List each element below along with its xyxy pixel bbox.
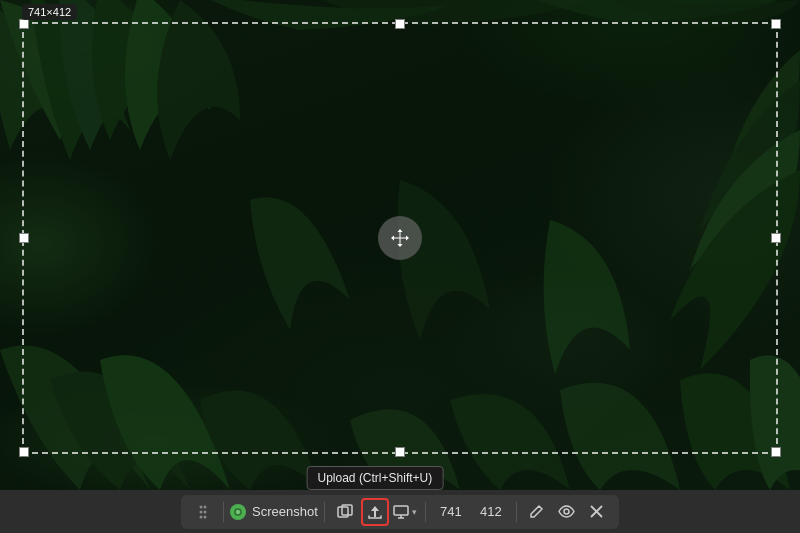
close-button[interactable] [583,498,611,526]
svg-point-6 [204,515,207,518]
divider-1 [223,502,224,522]
height-input[interactable] [472,504,510,519]
tooltip-container: Upload (Ctrl+Shift+U) [307,466,444,490]
upload-btn-container: Upload (Ctrl+Shift+U) [361,498,389,526]
svg-point-4 [204,510,207,513]
toolbar-inner: Screenshot Upload (Ctrl+Shift+U) [181,495,619,529]
tooltip: Upload (Ctrl+Shift+U) [307,466,444,490]
svg-point-3 [200,510,203,513]
svg-point-2 [204,505,207,508]
screenshot-text: Screenshot [252,504,318,519]
monitor-button[interactable]: ▾ [391,498,419,526]
svg-point-13 [564,509,569,514]
view-button[interactable] [553,498,581,526]
divider-4 [516,502,517,522]
canvas-area: 741×412 [0,0,800,490]
upload-button[interactable] [361,498,389,526]
drag-handle[interactable] [189,498,217,526]
svg-point-9 [236,510,240,514]
dimension-label: 741×412 [22,4,77,20]
svg-rect-0 [0,0,800,490]
edit-button[interactable] [523,498,551,526]
monitor-chevron: ▾ [412,507,417,517]
copy-frame-button[interactable] [331,498,359,526]
divider-2 [324,502,325,522]
svg-point-5 [200,515,203,518]
green-indicator [230,504,246,520]
divider-3 [425,502,426,522]
svg-point-1 [200,505,203,508]
tooltip-text: Upload (Ctrl+Shift+U) [318,471,433,485]
toolbar: Screenshot Upload (Ctrl+Shift+U) [0,490,800,533]
width-input[interactable] [432,504,470,519]
screenshot-section: Screenshot [230,504,318,520]
leaves-decoration [0,0,800,490]
svg-rect-12 [394,506,408,515]
